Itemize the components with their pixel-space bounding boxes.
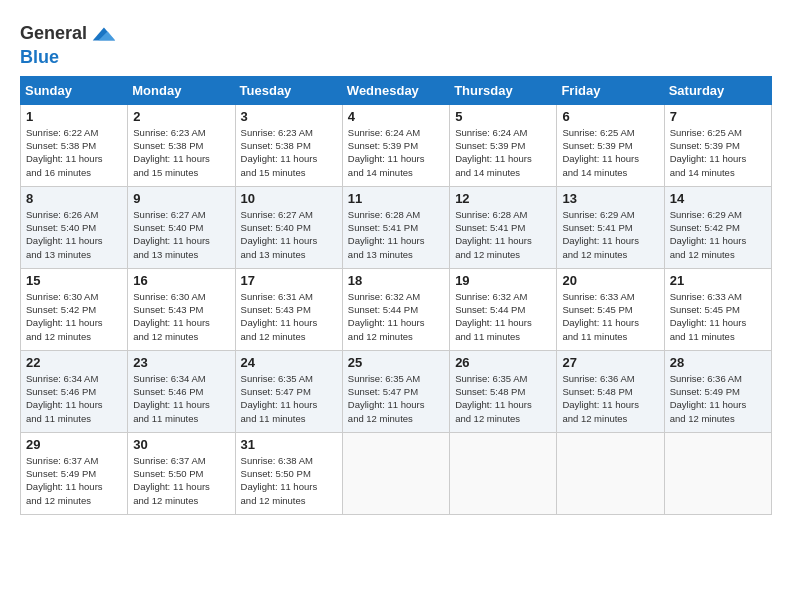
calendar-cell: 21Sunrise: 6:33 AMSunset: 5:45 PMDayligh… xyxy=(664,268,771,350)
calendar-cell: 19Sunrise: 6:32 AMSunset: 5:44 PMDayligh… xyxy=(450,268,557,350)
calendar-cell: 17Sunrise: 6:31 AMSunset: 5:43 PMDayligh… xyxy=(235,268,342,350)
calendar-cell: 20Sunrise: 6:33 AMSunset: 5:45 PMDayligh… xyxy=(557,268,664,350)
day-info: Sunrise: 6:25 AMSunset: 5:39 PMDaylight:… xyxy=(562,126,658,179)
day-number: 8 xyxy=(26,191,122,206)
calendar-cell xyxy=(557,432,664,514)
day-info: Sunrise: 6:37 AMSunset: 5:49 PMDaylight:… xyxy=(26,454,122,507)
calendar-cell: 30Sunrise: 6:37 AMSunset: 5:50 PMDayligh… xyxy=(128,432,235,514)
day-info: Sunrise: 6:31 AMSunset: 5:43 PMDaylight:… xyxy=(241,290,337,343)
day-number: 23 xyxy=(133,355,229,370)
day-info: Sunrise: 6:24 AMSunset: 5:39 PMDaylight:… xyxy=(455,126,551,179)
calendar-cell: 27Sunrise: 6:36 AMSunset: 5:48 PMDayligh… xyxy=(557,350,664,432)
calendar-week-row: 29Sunrise: 6:37 AMSunset: 5:49 PMDayligh… xyxy=(21,432,772,514)
calendar-cell: 18Sunrise: 6:32 AMSunset: 5:44 PMDayligh… xyxy=(342,268,449,350)
day-info: Sunrise: 6:22 AMSunset: 5:38 PMDaylight:… xyxy=(26,126,122,179)
day-info: Sunrise: 6:28 AMSunset: 5:41 PMDaylight:… xyxy=(348,208,444,261)
day-info: Sunrise: 6:25 AMSunset: 5:39 PMDaylight:… xyxy=(670,126,766,179)
day-number: 5 xyxy=(455,109,551,124)
calendar-cell: 7Sunrise: 6:25 AMSunset: 5:39 PMDaylight… xyxy=(664,104,771,186)
day-info: Sunrise: 6:26 AMSunset: 5:40 PMDaylight:… xyxy=(26,208,122,261)
logo-text-blue: Blue xyxy=(20,47,59,67)
day-info: Sunrise: 6:30 AMSunset: 5:43 PMDaylight:… xyxy=(133,290,229,343)
calendar-cell: 11Sunrise: 6:28 AMSunset: 5:41 PMDayligh… xyxy=(342,186,449,268)
calendar-cell: 23Sunrise: 6:34 AMSunset: 5:46 PMDayligh… xyxy=(128,350,235,432)
day-number: 21 xyxy=(670,273,766,288)
calendar-cell: 31Sunrise: 6:38 AMSunset: 5:50 PMDayligh… xyxy=(235,432,342,514)
day-number: 19 xyxy=(455,273,551,288)
day-number: 6 xyxy=(562,109,658,124)
day-number: 10 xyxy=(241,191,337,206)
calendar-cell: 5Sunrise: 6:24 AMSunset: 5:39 PMDaylight… xyxy=(450,104,557,186)
calendar-cell: 12Sunrise: 6:28 AMSunset: 5:41 PMDayligh… xyxy=(450,186,557,268)
day-number: 28 xyxy=(670,355,766,370)
day-info: Sunrise: 6:35 AMSunset: 5:48 PMDaylight:… xyxy=(455,372,551,425)
calendar-cell: 26Sunrise: 6:35 AMSunset: 5:48 PMDayligh… xyxy=(450,350,557,432)
calendar-cell: 8Sunrise: 6:26 AMSunset: 5:40 PMDaylight… xyxy=(21,186,128,268)
day-number: 4 xyxy=(348,109,444,124)
day-info: Sunrise: 6:29 AMSunset: 5:42 PMDaylight:… xyxy=(670,208,766,261)
calendar-cell: 13Sunrise: 6:29 AMSunset: 5:41 PMDayligh… xyxy=(557,186,664,268)
day-info: Sunrise: 6:38 AMSunset: 5:50 PMDaylight:… xyxy=(241,454,337,507)
day-number: 29 xyxy=(26,437,122,452)
day-info: Sunrise: 6:24 AMSunset: 5:39 PMDaylight:… xyxy=(348,126,444,179)
day-number: 27 xyxy=(562,355,658,370)
day-number: 9 xyxy=(133,191,229,206)
day-number: 25 xyxy=(348,355,444,370)
calendar-cell: 10Sunrise: 6:27 AMSunset: 5:40 PMDayligh… xyxy=(235,186,342,268)
calendar-cell: 25Sunrise: 6:35 AMSunset: 5:47 PMDayligh… xyxy=(342,350,449,432)
header: General Blue xyxy=(20,16,772,68)
calendar-cell: 24Sunrise: 6:35 AMSunset: 5:47 PMDayligh… xyxy=(235,350,342,432)
day-info: Sunrise: 6:33 AMSunset: 5:45 PMDaylight:… xyxy=(670,290,766,343)
calendar-cell xyxy=(342,432,449,514)
day-info: Sunrise: 6:30 AMSunset: 5:42 PMDaylight:… xyxy=(26,290,122,343)
logo-text-general: General xyxy=(20,24,87,44)
day-number: 16 xyxy=(133,273,229,288)
day-number: 15 xyxy=(26,273,122,288)
day-number: 22 xyxy=(26,355,122,370)
col-header-friday: Friday xyxy=(557,76,664,104)
logo-icon xyxy=(89,20,117,48)
day-info: Sunrise: 6:27 AMSunset: 5:40 PMDaylight:… xyxy=(241,208,337,261)
calendar-week-row: 8Sunrise: 6:26 AMSunset: 5:40 PMDaylight… xyxy=(21,186,772,268)
day-number: 17 xyxy=(241,273,337,288)
day-number: 11 xyxy=(348,191,444,206)
day-info: Sunrise: 6:32 AMSunset: 5:44 PMDaylight:… xyxy=(348,290,444,343)
day-number: 3 xyxy=(241,109,337,124)
day-info: Sunrise: 6:33 AMSunset: 5:45 PMDaylight:… xyxy=(562,290,658,343)
day-number: 30 xyxy=(133,437,229,452)
calendar-cell: 15Sunrise: 6:30 AMSunset: 5:42 PMDayligh… xyxy=(21,268,128,350)
calendar-cell: 2Sunrise: 6:23 AMSunset: 5:38 PMDaylight… xyxy=(128,104,235,186)
calendar-table: SundayMondayTuesdayWednesdayThursdayFrid… xyxy=(20,76,772,515)
day-info: Sunrise: 6:23 AMSunset: 5:38 PMDaylight:… xyxy=(241,126,337,179)
day-number: 20 xyxy=(562,273,658,288)
day-number: 14 xyxy=(670,191,766,206)
day-number: 1 xyxy=(26,109,122,124)
day-number: 13 xyxy=(562,191,658,206)
col-header-sunday: Sunday xyxy=(21,76,128,104)
day-info: Sunrise: 6:23 AMSunset: 5:38 PMDaylight:… xyxy=(133,126,229,179)
calendar-week-row: 1Sunrise: 6:22 AMSunset: 5:38 PMDaylight… xyxy=(21,104,772,186)
day-number: 12 xyxy=(455,191,551,206)
calendar-header-row: SundayMondayTuesdayWednesdayThursdayFrid… xyxy=(21,76,772,104)
calendar-cell xyxy=(450,432,557,514)
day-number: 31 xyxy=(241,437,337,452)
day-info: Sunrise: 6:27 AMSunset: 5:40 PMDaylight:… xyxy=(133,208,229,261)
day-info: Sunrise: 6:36 AMSunset: 5:49 PMDaylight:… xyxy=(670,372,766,425)
day-info: Sunrise: 6:35 AMSunset: 5:47 PMDaylight:… xyxy=(241,372,337,425)
col-header-saturday: Saturday xyxy=(664,76,771,104)
col-header-thursday: Thursday xyxy=(450,76,557,104)
day-number: 2 xyxy=(133,109,229,124)
calendar-cell: 3Sunrise: 6:23 AMSunset: 5:38 PMDaylight… xyxy=(235,104,342,186)
calendar-week-row: 22Sunrise: 6:34 AMSunset: 5:46 PMDayligh… xyxy=(21,350,772,432)
day-info: Sunrise: 6:29 AMSunset: 5:41 PMDaylight:… xyxy=(562,208,658,261)
calendar-week-row: 15Sunrise: 6:30 AMSunset: 5:42 PMDayligh… xyxy=(21,268,772,350)
day-info: Sunrise: 6:34 AMSunset: 5:46 PMDaylight:… xyxy=(26,372,122,425)
day-info: Sunrise: 6:35 AMSunset: 5:47 PMDaylight:… xyxy=(348,372,444,425)
calendar-cell: 22Sunrise: 6:34 AMSunset: 5:46 PMDayligh… xyxy=(21,350,128,432)
logo: General Blue xyxy=(20,20,117,68)
page: General Blue SundayMondayTuesdayWednesda… xyxy=(0,0,792,612)
calendar-cell: 6Sunrise: 6:25 AMSunset: 5:39 PMDaylight… xyxy=(557,104,664,186)
calendar-cell: 28Sunrise: 6:36 AMSunset: 5:49 PMDayligh… xyxy=(664,350,771,432)
calendar-cell: 29Sunrise: 6:37 AMSunset: 5:49 PMDayligh… xyxy=(21,432,128,514)
calendar-cell: 4Sunrise: 6:24 AMSunset: 5:39 PMDaylight… xyxy=(342,104,449,186)
